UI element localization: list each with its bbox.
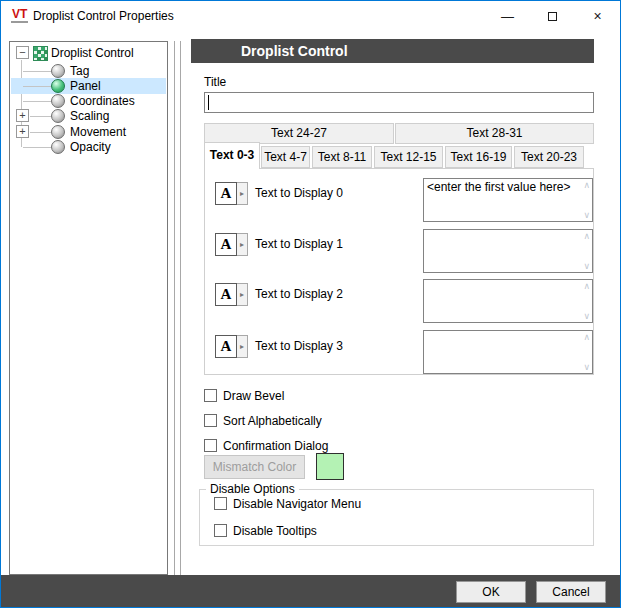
tree-item-scaling[interactable]: + Scaling <box>11 108 166 124</box>
title-bar: VT Droplist Control Properties — × <box>1 1 620 32</box>
expand-icon[interactable]: + <box>16 109 29 122</box>
mismatch-color-swatch[interactable] <box>316 453 344 480</box>
font-button-1[interactable]: A ▸ <box>215 233 248 256</box>
tab-text-28-31[interactable]: Text 28-31 <box>395 123 594 144</box>
disable-options-group-label: Disable Options <box>206 482 299 496</box>
tab-text-8-11[interactable]: Text 8-11 <box>312 146 372 168</box>
scroll-up-icon[interactable]: ∧ <box>583 179 590 191</box>
tree-item-panel[interactable]: Panel <box>11 78 166 94</box>
window-title: Droplist Control Properties <box>33 1 174 32</box>
close-button[interactable]: × <box>575 1 620 32</box>
font-button-2[interactable]: A ▸ <box>215 283 248 306</box>
display-0-textarea[interactable]: <enter the first value here> ∧ ∨ <box>423 178 593 222</box>
tree-connector-line <box>23 86 51 87</box>
tab-text-24-27[interactable]: Text 24-27 <box>204 123 394 144</box>
title-field-label: Title <box>204 75 226 89</box>
scroll-up-icon[interactable]: ∧ <box>583 331 590 343</box>
tree-item-label: Panel <box>70 78 101 94</box>
tree-connector-line <box>23 71 51 72</box>
movement-node-icon <box>51 125 65 139</box>
droplist-properties-window: VT Droplist Control Properties — × − Dro… <box>0 0 621 608</box>
scroll-down-icon[interactable]: ∨ <box>583 361 590 373</box>
font-dropdown-icon[interactable]: ▸ <box>237 233 248 256</box>
scroll-up-icon[interactable]: ∧ <box>583 280 590 292</box>
ok-button[interactable]: OK <box>456 581 526 603</box>
tree-item-droplist-control[interactable]: − Droplist Control <box>11 45 166 61</box>
tree-connector-line <box>30 116 51 117</box>
tree-item-label: Droplist Control <box>51 45 134 61</box>
font-icon[interactable]: A <box>215 182 237 205</box>
tree-item-label: Opacity <box>70 139 111 155</box>
font-dropdown-icon[interactable]: ▸ <box>237 335 248 358</box>
disable-navigator-menu-checkbox[interactable] <box>214 497 227 510</box>
display-0-label: Text to Display 0 <box>255 186 343 200</box>
tab-text-12-15[interactable]: Text 12-15 <box>374 146 443 168</box>
font-button-0[interactable]: A ▸ <box>215 182 248 205</box>
display-2-label: Text to Display 2 <box>255 287 343 301</box>
tab-text-4-7[interactable]: Text 4-7 <box>261 146 310 168</box>
confirmation-dialog-checkbox[interactable] <box>204 439 217 452</box>
tree-connector-line <box>23 147 51 148</box>
sort-alphabetically-label: Sort Alphabetically <box>223 414 322 428</box>
collapse-icon[interactable]: − <box>16 46 29 59</box>
droplist-control-icon <box>33 46 48 61</box>
font-button-3[interactable]: A ▸ <box>215 335 248 358</box>
scroll-down-icon[interactable]: ∨ <box>583 310 590 322</box>
draw-bevel-checkbox[interactable] <box>204 389 217 402</box>
tab-text-16-19[interactable]: Text 16-19 <box>445 146 512 168</box>
tree-panel-splitter[interactable] <box>174 41 181 575</box>
text-0-3-tab-panel: A ▸ Text to Display 0 <enter the first v… <box>204 168 594 375</box>
maximize-icon <box>548 12 557 21</box>
sort-alphabetically-checkbox[interactable] <box>204 414 217 427</box>
text-caret <box>208 95 209 110</box>
draw-bevel-label: Draw Bevel <box>223 389 284 403</box>
tree-item-label: Movement <box>70 124 126 140</box>
display-3-textarea[interactable]: ∧ ∨ <box>423 330 593 374</box>
cancel-button[interactable]: Cancel <box>536 581 606 603</box>
coordinates-node-icon <box>51 94 65 108</box>
tree-item-label: Tag <box>70 63 89 79</box>
display-3-label: Text to Display 3 <box>255 339 343 353</box>
maximize-button[interactable] <box>530 1 575 32</box>
tree-item-label: Coordinates <box>70 93 135 109</box>
disable-tooltips-checkbox[interactable] <box>214 524 227 537</box>
font-icon[interactable]: A <box>215 335 237 358</box>
property-tree: − Droplist Control Tag Panel Coordinates <box>9 41 168 575</box>
tree-item-tag[interactable]: Tag <box>11 63 166 79</box>
tree-item-movement[interactable]: + Movement <box>11 124 166 140</box>
mismatch-color-button[interactable]: Mismatch Color <box>204 455 305 479</box>
tab-text-20-23[interactable]: Text 20-23 <box>514 146 584 168</box>
tree-connector-line <box>23 101 51 102</box>
display-1-label: Text to Display 1 <box>255 237 343 251</box>
footer-bar <box>1 575 620 608</box>
scroll-down-icon[interactable]: ∨ <box>583 209 590 221</box>
tree-item-coordinates[interactable]: Coordinates <box>11 93 166 109</box>
display-1-textarea[interactable]: ∧ ∨ <box>423 229 593 273</box>
textarea-value: <enter the first value here> <box>427 180 577 195</box>
scroll-down-icon[interactable]: ∨ <box>583 260 590 272</box>
font-dropdown-icon[interactable]: ▸ <box>237 283 248 306</box>
confirmation-dialog-label: Confirmation Dialog <box>223 439 328 453</box>
opacity-node-icon <box>51 140 65 154</box>
font-icon[interactable]: A <box>215 283 237 306</box>
scaling-node-icon <box>51 109 65 123</box>
panel-header: Droplist Control <box>191 39 594 63</box>
tab-text-0-3[interactable]: Text 0-3 <box>204 142 260 169</box>
tag-node-icon <box>51 64 65 78</box>
panel-node-icon <box>51 79 65 93</box>
tree-item-opacity[interactable]: Opacity <box>11 139 166 155</box>
disable-tooltips-label: Disable Tooltips <box>233 524 317 538</box>
tree-item-label: Scaling <box>70 108 109 124</box>
font-icon[interactable]: A <box>215 233 237 256</box>
tree-connector-line <box>30 132 51 133</box>
expand-icon[interactable]: + <box>16 125 29 138</box>
vtscada-logo-icon: VT <box>11 8 28 23</box>
font-dropdown-icon[interactable]: ▸ <box>237 182 248 205</box>
scroll-up-icon[interactable]: ∧ <box>583 230 590 242</box>
title-input[interactable] <box>204 92 594 113</box>
disable-navigator-menu-label: Disable Navigator Menu <box>233 497 361 511</box>
minimize-button[interactable]: — <box>485 1 530 32</box>
display-2-textarea[interactable]: ∧ ∨ <box>423 279 593 323</box>
